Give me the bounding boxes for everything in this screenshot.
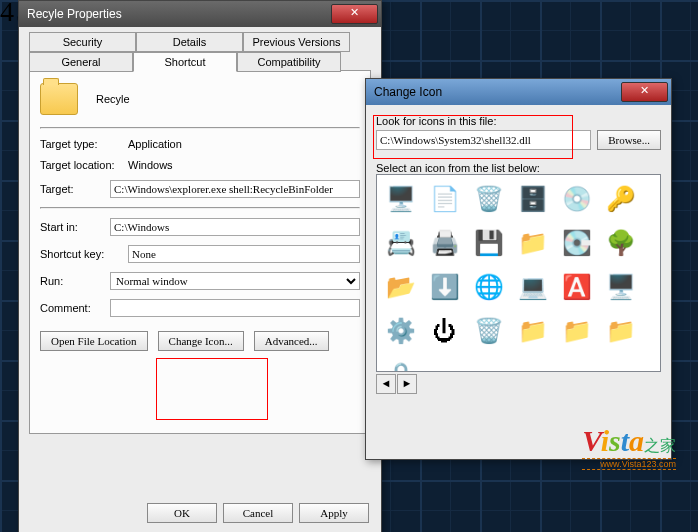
- window-title: Change Icon: [369, 85, 619, 99]
- open-file-location-button[interactable]: Open File Location: [40, 331, 148, 351]
- icon-item[interactable]: 🗑️: [473, 183, 505, 215]
- icon-item[interactable]: 🅰️: [561, 271, 593, 303]
- tab-general[interactable]: General: [29, 52, 133, 72]
- startin-label: Start in:: [40, 221, 110, 233]
- icon-item[interactable]: 🌐: [473, 271, 505, 303]
- icon-item[interactable]: 💾: [473, 227, 505, 259]
- select-label: Select an icon from the list below:: [376, 162, 661, 174]
- shortcutkey-input[interactable]: [128, 245, 360, 263]
- icon-item[interactable]: 🔑: [605, 183, 637, 215]
- icon-path-input[interactable]: [376, 130, 591, 150]
- scroll-right-icon[interactable]: ►: [397, 374, 417, 394]
- comment-label: Comment:: [40, 302, 110, 314]
- icon-item[interactable]: 📇: [385, 227, 417, 259]
- close-button[interactable]: ✕: [331, 4, 378, 24]
- target-label: Target:: [40, 183, 110, 195]
- change-icon-window: Change Icon ✕ Look for icons in this fil…: [365, 78, 672, 460]
- tab-previous-versions[interactable]: Previous Versions: [243, 32, 350, 52]
- vista-logo: Vista之家 www.Vista123.com: [582, 424, 676, 470]
- icon-item[interactable]: 📁: [517, 227, 549, 259]
- icon-item[interactable]: 🖨️: [429, 227, 461, 259]
- icon-item[interactable]: 📁: [517, 315, 549, 347]
- ok-button[interactable]: OK: [147, 503, 217, 523]
- icon-item[interactable]: 🌳: [605, 227, 637, 259]
- run-select[interactable]: Normal window: [110, 272, 360, 290]
- tab-compatibility[interactable]: Compatibility: [237, 52, 341, 72]
- icon-item[interactable]: 🔒: [385, 359, 417, 372]
- icon-item[interactable]: 💽: [561, 227, 593, 259]
- icon-item[interactable]: 🗑️: [473, 315, 505, 347]
- window-title: Recyle Properties: [22, 7, 329, 21]
- icon-item[interactable]: 🗄️: [517, 183, 549, 215]
- target-location-label: Target location:: [40, 159, 128, 171]
- icon-item[interactable]: 📁: [605, 315, 637, 347]
- close-button[interactable]: ✕: [621, 82, 668, 102]
- browse-button[interactable]: Browse...: [597, 130, 661, 150]
- icon-item[interactable]: 💻: [517, 271, 549, 303]
- titlebar[interactable]: Recyle Properties ✕: [19, 1, 381, 27]
- tab-details[interactable]: Details: [136, 32, 243, 52]
- run-label: Run:: [40, 275, 110, 287]
- folder-icon: [40, 83, 78, 115]
- tab-strip: Security Details Previous Versions Gener…: [29, 32, 371, 72]
- comment-input[interactable]: [110, 299, 360, 317]
- tab-security[interactable]: Security: [29, 32, 136, 52]
- item-name: Recyle: [96, 93, 130, 105]
- icon-item[interactable]: 💿: [561, 183, 593, 215]
- apply-button[interactable]: Apply: [299, 503, 369, 523]
- icon-item[interactable]: 📄: [429, 183, 461, 215]
- target-type-label: Target type:: [40, 138, 128, 150]
- shortcut-panel: Recyle Target type:Application Target lo…: [29, 70, 371, 434]
- tab-shortcut[interactable]: Shortcut: [133, 52, 237, 72]
- icon-item[interactable]: ⬇️: [429, 271, 461, 303]
- advanced-button[interactable]: Advanced...: [254, 331, 329, 351]
- change-icon-button[interactable]: Change Icon...: [158, 331, 244, 351]
- startin-input[interactable]: [110, 218, 360, 236]
- icon-item[interactable]: ⚙️: [385, 315, 417, 347]
- titlebar[interactable]: Change Icon ✕: [366, 79, 671, 105]
- properties-window: Recyle Properties ✕ Security Details Pre…: [18, 0, 382, 532]
- look-label: Look for icons in this file:: [376, 115, 661, 127]
- cancel-button[interactable]: Cancel: [223, 503, 293, 523]
- target-input[interactable]: [110, 180, 360, 198]
- shortcutkey-label: Shortcut key:: [40, 248, 128, 260]
- icon-item[interactable]: ⏻: [429, 315, 461, 347]
- icon-item[interactable]: 📁: [561, 315, 593, 347]
- target-location-value: Windows: [128, 159, 360, 171]
- icon-item[interactable]: 📂: [385, 271, 417, 303]
- scroll-left-icon[interactable]: ◄: [376, 374, 396, 394]
- target-type-value: Application: [128, 138, 360, 150]
- icon-list[interactable]: 🖥️📄🗑️🗄️💿🔑📇🖨️💾📁💽🌳📂⬇️🌐💻🅰️🖥️⚙️⏻🗑️📁📁📁🔒: [376, 174, 661, 372]
- icon-item[interactable]: 🖥️: [605, 271, 637, 303]
- icon-item[interactable]: 🖥️: [385, 183, 417, 215]
